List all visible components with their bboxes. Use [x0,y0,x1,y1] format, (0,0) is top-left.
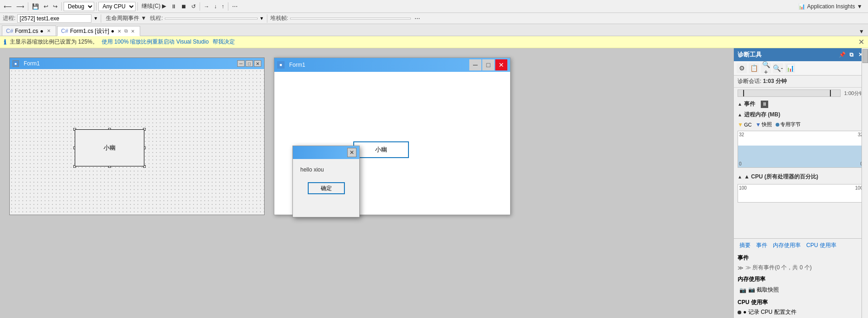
process-selector[interactable]: [2572] test1.exe [17,14,91,23]
redo-btn[interactable]: ↪ [51,2,59,11]
tab-form-designer-modified: ● [111,28,114,34]
tab-dropdown-btn[interactable]: ▼ [857,27,866,36]
diag-zoom-out-btn[interactable]: 🔍- [773,63,783,73]
diag-timeline: 1:00分钟 [734,88,868,99]
diag-scroll-thumb[interactable] [862,49,868,63]
memory-usage-content: 内存使用率 📷 📷 截取快照 [734,273,868,297]
thread-dropdown-arrow[interactable]: ▼ [259,16,264,21]
diag-title: 诊断工具 [738,51,762,59]
diag-scrollbar[interactable] [862,48,868,318]
form-designer-body[interactable]: 小幽 [10,69,264,215]
memory-section-title: 进程内存 (MB) [744,111,780,119]
tab-form-designer[interactable]: C# Form1.cs [设计] ● ✕ ⧉ ✕ [57,26,141,36]
tab-form-cs-close[interactable]: ✕ [45,28,52,34]
designer-button-control[interactable]: 小幽 [75,129,144,166]
notification-bar: ℹ 主显示器缩放比例已设置为 125%。 使用 100% 缩放比例重新启动 Vi… [0,36,868,48]
runtime-button-control[interactable]: 小幽 [353,141,409,158]
form-designer-maximize[interactable]: □ [246,60,253,67]
private-label: 专用字节 [780,121,801,128]
diag-float-btn[interactable]: ⧉ [848,51,855,58]
form-designer-title: Form1 [24,60,234,67]
diag-session-label: 诊断会话: [738,78,761,84]
bottom-tab-memory[interactable]: 内存使用率 [771,241,803,250]
dialog-body: hello xiou 确定 [293,159,359,217]
pause-btn[interactable]: ⏸ [169,2,178,11]
bottom-tab-events[interactable]: 事件 [754,241,769,250]
tab-form-cs-icon: C# [6,28,13,34]
diag-chart-btn[interactable]: 📊 [785,63,795,73]
form-designer-close[interactable]: ✕ [254,60,261,67]
restart-btn[interactable]: ↺ [189,2,198,11]
designer-button-label: 小幽 [104,144,116,152]
form-designer-minimize[interactable]: ─ [237,60,245,67]
more-process-btn[interactable]: ⋯ [413,14,422,23]
step-in-btn[interactable]: ↓ [212,2,219,11]
thread-selector[interactable] [165,18,258,19]
forward-btn[interactable]: ⟶ [14,2,26,11]
events-section-header[interactable]: ▲ 事件 ⏸ [734,99,868,109]
runtime-close[interactable]: ✕ [495,59,507,70]
tab-form-designer-close[interactable]: ✕ [116,28,123,34]
debug-dropdown[interactable]: Debug [64,2,94,11]
memory-legend-snapshot: ▼ 快照 [755,121,772,128]
cpu-dropdown[interactable]: Any CPU [98,2,136,11]
bottom-tab-cpu[interactable]: CPU 使用率 [804,241,838,250]
notification-link-restart[interactable]: 使用 100% 缩放比例重新启动 Visual Studio [102,38,209,46]
process-dropdown-arrow[interactable]: ▼ [93,16,98,21]
snapshot-button[interactable]: 📷 📷 截取快照 [738,285,864,295]
diag-zoom-in-btn[interactable]: 🔍+ [761,63,771,73]
step-out-btn[interactable]: ↑ [220,2,226,11]
stack-selector[interactable] [290,18,411,19]
memory-usage-label: 内存使用率 [738,275,765,283]
cpu-chart: 100 100 [738,184,864,203]
events-title: 事件 [738,254,864,262]
events-pause-btn[interactable]: ⏸ [761,101,768,108]
record-cpu-label: ● 记录 CPU 配置文件 [743,308,797,316]
memory-section-header[interactable]: ▲ 进程内存 (MB) [734,109,868,120]
notification-text: 主显示器缩放比例已设置为 125%。 [10,38,98,46]
cpu-usage-title: CPU 使用率 [738,299,864,306]
notification-close-btn[interactable]: ✕ [858,38,864,46]
save-btn[interactable]: 💾 [30,2,41,11]
continue-btn[interactable]: 继续(C) ▶ [140,1,168,11]
diag-pin-btn[interactable]: 📌 [838,51,846,58]
tab-form-cs[interactable]: C# Form1.cs ● ✕ [2,25,56,36]
stop-btn[interactable]: ⏹ [179,2,188,11]
memory-chart-fill [738,146,864,167]
bottom-tab-summary[interactable]: 摘要 [738,241,752,250]
more-btn[interactable]: ⋯ [230,2,240,11]
tab-close-active[interactable]: ✕ [130,28,136,34]
memory-legend-gc: ▼ GC [738,121,751,128]
cpu-section-header[interactable]: ▲ ▲ CPU (所有处理器的百分比) [734,172,868,182]
diag-events-btn[interactable]: 📋 [749,63,759,73]
cpu-usage-content: CPU 使用率 ● 记录 CPU 配置文件 [734,297,868,318]
timeline-marker-start [743,90,744,96]
dialog-ok-button[interactable]: 确定 [308,182,345,194]
tab-form-designer-icon: C# [61,28,68,34]
step-over-btn[interactable]: → [202,2,211,11]
dialog-close-btn[interactable]: ✕ [347,148,356,157]
notification-link-help[interactable]: 帮我决定 [213,38,235,46]
memory-usage-title: 内存使用率 [738,275,864,283]
all-events-label[interactable]: ≫ 所有事件(0 个，共 0 个) [745,264,812,272]
record-cpu-button[interactable]: ● 记录 CPU 配置文件 [738,308,864,316]
diag-settings-btn[interactable]: ⚙ [737,63,747,73]
timeline-marker [830,90,831,96]
runtime-minimize[interactable]: ─ [469,59,481,70]
back-btn[interactable]: ⟵ [2,2,13,11]
lifecycle-btn[interactable]: 生命周期事件 ▼ [104,13,148,23]
events-section-title: 事件 [744,100,755,108]
stack-label: 堆栈帧: [270,14,288,22]
sep4 [137,2,138,11]
gc-label: GC [744,122,752,127]
designer-selection-container: 小幽 [75,129,144,166]
runtime-maximize[interactable]: □ [482,59,494,70]
app-insights-dropdown-icon[interactable]: ▼ [857,3,862,10]
events-all-link[interactable]: ≫ ≫ 所有事件(0 个，共 0 个) [738,264,864,272]
cpu-expand-arrow: ▲ [738,174,742,179]
tab-float-icon[interactable]: ⧉ [124,28,128,34]
undo-btn[interactable]: ↩ [42,2,50,11]
app-insights-section: 📊 Application Insights ▼ [795,2,866,11]
sep5 [200,2,200,11]
diag-timeline-bar[interactable] [738,89,841,97]
